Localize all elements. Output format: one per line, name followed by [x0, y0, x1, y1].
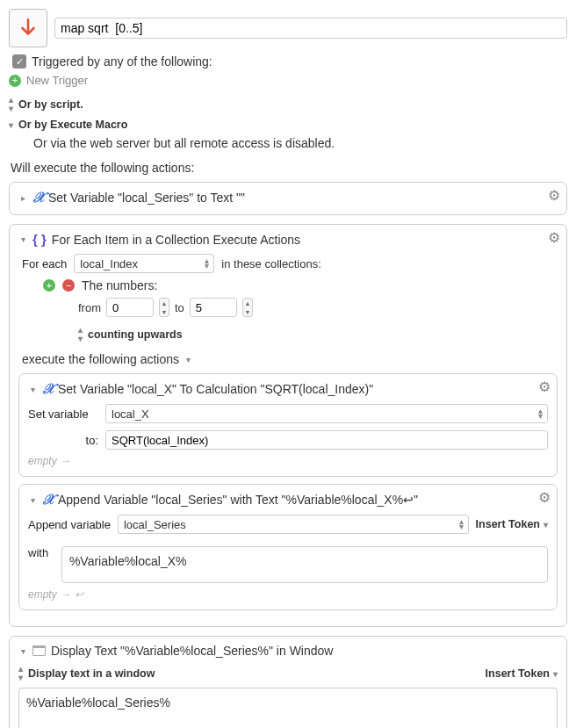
- chevron-down-icon[interactable]: ▾: [186, 355, 191, 364]
- arrow-right-icon: →: [61, 588, 71, 601]
- with-label: with: [28, 541, 54, 559]
- arrow-right-icon: →: [61, 455, 71, 467]
- triggers-heading: Triggered by any of the following:: [32, 54, 212, 68]
- action-title: Display Text "%Variable%local_Series%" i…: [51, 644, 333, 658]
- action-for-each[interactable]: ⚙ ▾ { } For Each Item in a Collection Ex…: [9, 224, 567, 627]
- or-by-execute-label[interactable]: Or by Execute Macro: [18, 119, 127, 131]
- variable-icon: 𝒳: [32, 190, 43, 205]
- for-each-label: For each: [22, 257, 67, 270]
- append-variable-select[interactable]: local_Series ▴▾: [118, 515, 469, 534]
- calculation-input[interactable]: [105, 430, 548, 450]
- from-input[interactable]: [106, 298, 154, 317]
- action-set-variable-local-x[interactable]: ⚙ ▾ 𝒳 Set Variable "local_X" To Calculat…: [18, 373, 558, 477]
- to-label: to:: [28, 434, 98, 447]
- or-via-web-label: Or via the web server but all remote acc…: [33, 136, 567, 150]
- gear-icon[interactable]: ⚙: [548, 229, 560, 246]
- macro-title-input[interactable]: [54, 18, 567, 39]
- gear-icon[interactable]: ⚙: [548, 187, 560, 204]
- insert-token-menu[interactable]: Insert Token ▾: [476, 518, 548, 530]
- action-title: Set Variable "local_Series" to Text "": [48, 191, 245, 205]
- action-title: Append Variable "local_Series" with Text…: [58, 493, 418, 507]
- numbers-label: The numbers:: [82, 278, 157, 292]
- empty-label: empty: [28, 455, 57, 467]
- updown-icon: ▴▾: [78, 326, 83, 343]
- variable-icon: 𝒳: [42, 492, 53, 508]
- action-append-variable[interactable]: ⚙ ▾ 𝒳 Append Variable "local_Series" wit…: [18, 484, 558, 610]
- display-mode-label[interactable]: Display text in a window: [28, 667, 155, 680]
- updown-icon: ▴▾: [9, 96, 13, 113]
- remove-collection-icon[interactable]: −: [62, 279, 75, 292]
- gear-icon[interactable]: ⚙: [538, 489, 551, 506]
- in-collections-label: in these collections:: [221, 257, 320, 270]
- action-title: For Each Item in a Collection Execute Ac…: [52, 233, 300, 247]
- chevron-down-icon[interactable]: ▾: [28, 495, 37, 505]
- to-input[interactable]: [190, 298, 237, 317]
- new-trigger-link[interactable]: New Trigger: [26, 74, 88, 87]
- gear-icon[interactable]: ⚙: [538, 378, 551, 395]
- to-label: to: [175, 301, 184, 314]
- add-collection-icon[interactable]: +: [43, 279, 55, 292]
- with-text-area[interactable]: %Variable%local_X%: [61, 546, 548, 583]
- empty-label: empty: [28, 588, 57, 601]
- action-set-variable-series[interactable]: ⚙ ▸ 𝒳 Set Variable "local_Series" to Tex…: [9, 182, 567, 215]
- display-text-area[interactable]: %Variable%local_Series%: [18, 688, 558, 728]
- to-stepper[interactable]: ▲▼: [242, 298, 253, 317]
- append-variable-label: Append variable: [28, 518, 111, 531]
- counting-label[interactable]: counting upwards: [88, 328, 183, 341]
- action-display-text[interactable]: ▾ Display Text "%Variable%local_Series%"…: [9, 636, 567, 728]
- action-title: Set Variable "local_X" To Calculation "S…: [58, 382, 373, 396]
- insert-token-menu[interactable]: Insert Token ▾: [486, 667, 558, 680]
- chevron-down-icon[interactable]: ▾: [28, 385, 37, 394]
- or-by-script-label[interactable]: Or by script.: [18, 98, 83, 111]
- set-variable-select[interactable]: local_X ▴▾: [105, 404, 548, 423]
- updown-icon: ▴▾: [18, 665, 23, 682]
- set-variable-label: Set variable: [28, 407, 98, 421]
- chevron-down-icon: ▾: [9, 120, 13, 130]
- execute-following-label: execute the following actions: [22, 352, 179, 366]
- window-icon: [32, 645, 46, 656]
- actions-lead-label: Will execute the following actions:: [11, 161, 567, 175]
- add-trigger-icon[interactable]: +: [9, 75, 21, 87]
- for-each-variable-select[interactable]: local_Index ▴▾: [74, 254, 214, 273]
- chevron-down-icon[interactable]: ▾: [18, 234, 27, 244]
- braces-icon: { }: [32, 232, 47, 247]
- chevron-right-icon[interactable]: ▸: [18, 193, 27, 203]
- triggers-enabled-checkbox[interactable]: ✓: [12, 54, 26, 68]
- from-label: from: [78, 301, 101, 314]
- chevron-down-icon[interactable]: ▾: [18, 646, 27, 656]
- from-stepper[interactable]: ▲▼: [159, 298, 169, 317]
- variable-icon: 𝒳: [42, 381, 53, 397]
- macro-icon[interactable]: [9, 9, 47, 47]
- return-icon: ↩: [75, 588, 83, 601]
